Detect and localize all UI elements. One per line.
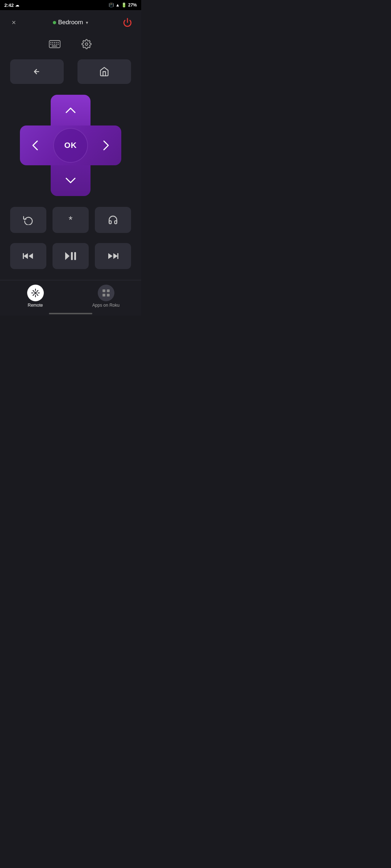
dpad-right-button[interactable] bbox=[93, 131, 118, 160]
playback-buttons-row bbox=[0, 243, 141, 269]
device-name-label: Bedroom bbox=[58, 19, 83, 26]
svg-rect-2 bbox=[50, 42, 51, 43]
svg-point-13 bbox=[85, 43, 88, 46]
svg-rect-25 bbox=[107, 289, 110, 292]
status-bar: 2:42 ☁ 📳 ▲ 🔋 27% bbox=[0, 0, 141, 10]
keyboard-button[interactable] bbox=[46, 35, 63, 53]
nav-item-apps[interactable]: Apps on Roku bbox=[92, 285, 121, 308]
chevron-down-icon: ▾ bbox=[86, 20, 88, 25]
remote-nav-label: Remote bbox=[28, 303, 43, 308]
svg-rect-9 bbox=[54, 44, 55, 45]
ok-button[interactable]: OK bbox=[53, 128, 88, 163]
apps-grid-icon bbox=[101, 288, 111, 298]
settings-button[interactable] bbox=[78, 35, 95, 53]
svg-rect-3 bbox=[52, 42, 53, 43]
svg-rect-19 bbox=[74, 252, 76, 260]
keyboard-icon bbox=[49, 40, 60, 48]
back-button[interactable] bbox=[10, 59, 64, 84]
svg-rect-12 bbox=[52, 46, 57, 47]
power-button[interactable] bbox=[121, 16, 134, 29]
svg-rect-7 bbox=[50, 44, 51, 45]
signal-icon: ▲ bbox=[115, 3, 120, 8]
svg-rect-10 bbox=[56, 44, 57, 45]
top-bar: × Bedroom ▾ bbox=[0, 10, 141, 33]
svg-marker-20 bbox=[108, 253, 113, 259]
svg-rect-8 bbox=[52, 44, 53, 45]
battery-icon: 🔋 bbox=[121, 3, 127, 8]
dpad-down-button[interactable] bbox=[56, 168, 85, 193]
nav-item-remote[interactable]: Remote bbox=[21, 285, 50, 308]
control-buttons-row: * bbox=[0, 207, 141, 233]
bottom-nav: Remote Apps on Roku bbox=[0, 280, 141, 310]
connection-indicator bbox=[53, 21, 56, 24]
battery-percent: 27% bbox=[128, 3, 137, 8]
fast-forward-icon bbox=[108, 252, 118, 260]
headphones-button[interactable] bbox=[95, 207, 131, 233]
asterisk-button[interactable]: * bbox=[52, 207, 89, 233]
home-indicator bbox=[0, 310, 141, 316]
svg-rect-16 bbox=[23, 253, 24, 259]
svg-marker-14 bbox=[24, 253, 28, 259]
asterisk-icon: * bbox=[69, 214, 73, 226]
time: 2:42 bbox=[4, 3, 14, 8]
rewind-icon bbox=[23, 252, 34, 260]
svg-point-23 bbox=[34, 292, 36, 294]
headphones-icon bbox=[108, 215, 118, 225]
dpad-left-button[interactable] bbox=[23, 131, 48, 160]
play-pause-icon bbox=[64, 251, 77, 261]
chevron-down-icon bbox=[66, 177, 76, 184]
home-bar bbox=[49, 313, 92, 314]
device-selector[interactable]: Bedroom ▾ bbox=[53, 19, 89, 26]
dpad: OK bbox=[20, 95, 121, 196]
close-button[interactable]: × bbox=[7, 16, 20, 29]
utility-icons bbox=[46, 35, 95, 53]
replay-button[interactable] bbox=[10, 207, 46, 233]
main-content: × Bedroom ▾ bbox=[0, 10, 141, 316]
replay-icon bbox=[23, 215, 33, 225]
chevron-up-icon bbox=[66, 107, 76, 114]
chevron-right-icon bbox=[102, 140, 109, 150]
nav-buttons-row bbox=[0, 59, 141, 84]
chevron-left-icon bbox=[32, 140, 39, 150]
svg-rect-11 bbox=[58, 44, 59, 45]
svg-rect-26 bbox=[102, 294, 105, 297]
svg-rect-27 bbox=[107, 294, 110, 297]
fast-forward-button[interactable] bbox=[95, 243, 131, 269]
ok-label: OK bbox=[64, 141, 77, 150]
svg-rect-5 bbox=[56, 42, 57, 43]
wifi-icon: ☁ bbox=[15, 3, 19, 8]
vibrate-icon: 📳 bbox=[109, 3, 114, 8]
apps-nav-label: Apps on Roku bbox=[92, 303, 119, 308]
remote-icon bbox=[31, 288, 40, 298]
apps-icon-circle bbox=[98, 285, 114, 301]
svg-marker-21 bbox=[113, 253, 118, 259]
dpad-up-button[interactable] bbox=[56, 98, 85, 123]
svg-rect-24 bbox=[102, 289, 105, 292]
home-button[interactable] bbox=[77, 59, 131, 84]
remote-icon-circle bbox=[27, 285, 44, 301]
svg-marker-17 bbox=[65, 252, 70, 260]
svg-marker-15 bbox=[29, 253, 33, 259]
svg-rect-6 bbox=[58, 42, 59, 43]
gear-icon bbox=[81, 39, 92, 49]
back-arrow-icon bbox=[31, 67, 42, 76]
svg-rect-4 bbox=[54, 42, 55, 43]
rewind-button[interactable] bbox=[10, 243, 46, 269]
home-icon bbox=[99, 67, 109, 77]
svg-rect-22 bbox=[117, 253, 118, 259]
svg-rect-18 bbox=[71, 252, 73, 260]
play-pause-button[interactable] bbox=[52, 243, 89, 269]
